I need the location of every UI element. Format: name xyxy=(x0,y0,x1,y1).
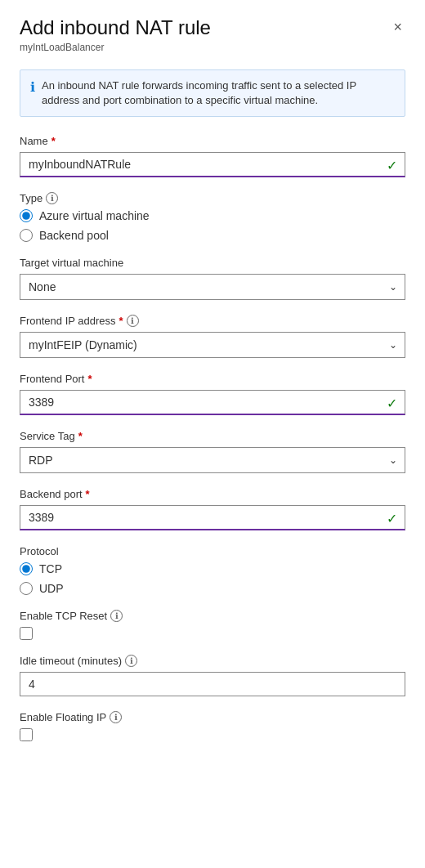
frontend-port-field-group: Frontend Port * ✓ xyxy=(20,373,405,415)
backend-port-field-group: Backend port * ✓ xyxy=(20,488,405,530)
name-field-group: Name * ✓ xyxy=(20,135,405,177)
tcp-reset-label: Enable TCP Reset ℹ xyxy=(20,610,405,622)
frontend-port-input[interactable] xyxy=(20,390,405,415)
tcp-reset-checkbox-item[interactable] xyxy=(20,627,405,640)
type-backend-pool-radio[interactable] xyxy=(20,229,33,242)
info-text: An inbound NAT rule forwards incoming tr… xyxy=(42,78,395,108)
protocol-udp-option[interactable]: UDP xyxy=(20,582,405,595)
frontend-ip-info-icon[interactable]: ℹ xyxy=(127,315,139,327)
idle-timeout-field-group: Idle timeout (minutes) ℹ xyxy=(20,655,405,696)
name-input[interactable] xyxy=(20,152,405,177)
header: Add inbound NAT rule × xyxy=(20,16,405,40)
frontend-ip-required: * xyxy=(119,315,123,327)
type-radio-group: Azure virtual machine Backend pool xyxy=(20,209,405,242)
idle-timeout-input[interactable] xyxy=(20,672,405,696)
name-required: * xyxy=(51,135,56,147)
close-button[interactable]: × xyxy=(390,16,405,38)
service-tag-select[interactable]: RDP xyxy=(20,447,405,473)
backend-port-required: * xyxy=(86,488,90,500)
page-title: Add inbound NAT rule xyxy=(20,16,211,40)
service-tag-field-group: Service Tag * RDP ⌄ xyxy=(20,430,405,473)
idle-timeout-label: Idle timeout (minutes) ℹ xyxy=(20,655,405,667)
protocol-radio-group: TCP UDP xyxy=(20,562,405,595)
protocol-tcp-option[interactable]: TCP xyxy=(20,562,405,575)
target-vm-label: Target virtual machine xyxy=(20,257,405,269)
type-azure-vm-option[interactable]: Azure virtual machine xyxy=(20,209,405,222)
idle-timeout-info-icon[interactable]: ℹ xyxy=(125,655,137,667)
target-vm-select[interactable]: None xyxy=(20,274,405,300)
floating-ip-checkbox-item[interactable] xyxy=(20,728,405,741)
service-tag-required: * xyxy=(78,430,83,442)
floating-ip-info-icon[interactable]: ℹ xyxy=(110,711,122,723)
protocol-field-group: Protocol TCP UDP xyxy=(20,545,405,595)
tcp-reset-field-group: Enable TCP Reset ℹ xyxy=(20,610,405,640)
subtitle: myIntLoadBalancer xyxy=(20,42,405,53)
type-info-icon[interactable]: ℹ xyxy=(46,192,58,204)
name-input-wrapper: ✓ xyxy=(20,152,405,177)
info-icon: ℹ xyxy=(30,79,35,95)
tcp-reset-info-icon[interactable]: ℹ xyxy=(110,610,123,622)
type-azure-vm-radio[interactable] xyxy=(20,209,33,222)
floating-ip-label: Enable Floating IP ℹ xyxy=(20,711,405,723)
floating-ip-checkbox[interactable] xyxy=(20,728,33,741)
protocol-label: Protocol xyxy=(20,545,405,557)
type-backend-pool-label: Backend pool xyxy=(39,229,109,242)
frontend-ip-field-group: Frontend IP address * ℹ myIntFEIP (Dynam… xyxy=(20,315,405,358)
type-backend-pool-option[interactable]: Backend pool xyxy=(20,229,405,242)
frontend-port-input-wrapper: ✓ xyxy=(20,390,405,415)
frontend-ip-select[interactable]: myIntFEIP (Dynamic) xyxy=(20,332,405,358)
type-field-group: Type ℹ Azure virtual machine Backend poo… xyxy=(20,192,405,242)
target-vm-field-group: Target virtual machine None ⌄ xyxy=(20,257,405,300)
name-label: Name * xyxy=(20,135,405,147)
tcp-reset-checkbox[interactable] xyxy=(20,627,33,640)
frontend-port-required: * xyxy=(88,373,92,385)
protocol-udp-radio[interactable] xyxy=(20,582,33,595)
protocol-udp-label: UDP xyxy=(39,582,64,595)
backend-port-input[interactable] xyxy=(20,505,405,530)
type-azure-vm-label: Azure virtual machine xyxy=(39,209,150,222)
target-vm-dropdown-wrapper: None ⌄ xyxy=(20,274,405,300)
service-tag-label: Service Tag * xyxy=(20,430,405,442)
service-tag-dropdown-wrapper: RDP ⌄ xyxy=(20,447,405,473)
info-box: ℹ An inbound NAT rule forwards incoming … xyxy=(20,69,405,117)
protocol-tcp-radio[interactable] xyxy=(20,562,33,575)
frontend-port-label: Frontend Port * xyxy=(20,373,405,385)
idle-timeout-input-wrapper xyxy=(20,672,405,696)
type-label: Type ℹ xyxy=(20,192,405,204)
backend-port-label: Backend port * xyxy=(20,488,405,500)
protocol-tcp-label: TCP xyxy=(39,562,62,575)
backend-port-input-wrapper: ✓ xyxy=(20,505,405,530)
frontend-ip-dropdown-wrapper: myIntFEIP (Dynamic) ⌄ xyxy=(20,332,405,358)
floating-ip-field-group: Enable Floating IP ℹ xyxy=(20,711,405,741)
frontend-ip-label: Frontend IP address * ℹ xyxy=(20,315,405,327)
